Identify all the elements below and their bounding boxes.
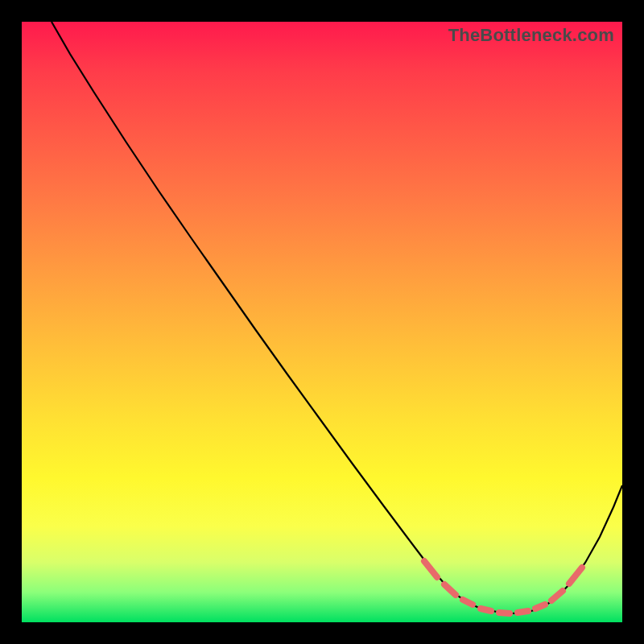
- chart-frame: TheBottleneck.com: [0, 0, 644, 644]
- optimal-dash: [499, 613, 510, 613]
- chart-svg: [22, 22, 622, 622]
- optimal-dash: [481, 609, 491, 611]
- bottleneck-curve: [52, 22, 622, 613]
- optimal-dash: [518, 611, 528, 613]
- optimal-dash: [424, 561, 437, 577]
- optimal-band-dashes: [424, 561, 582, 613]
- optimal-dash: [551, 591, 563, 601]
- chart-plot-area: TheBottleneck.com: [22, 22, 622, 622]
- optimal-dash: [569, 568, 582, 584]
- optimal-dash: [444, 584, 456, 595]
- optimal-dash: [535, 605, 545, 609]
- optimal-dash: [463, 600, 473, 605]
